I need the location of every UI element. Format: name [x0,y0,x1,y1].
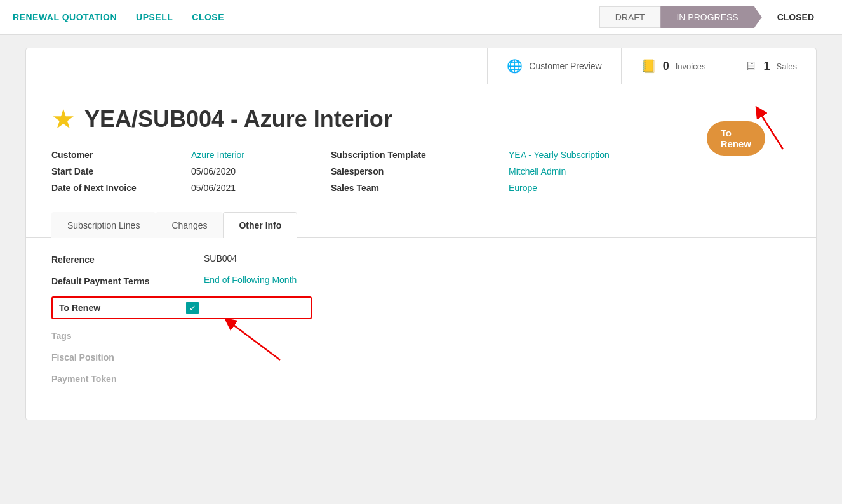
payment-token-row: Payment Token [51,373,791,384]
sales-button[interactable]: 🖥 1 Sales [725,48,816,84]
monitor-icon: 🖥 [744,59,757,74]
main-card: 🌐 Customer Preview 📒 0 Invoices 🖥 1 Sale… [25,48,817,420]
payment-terms-label: Default Payment Terms [51,275,204,286]
salesperson-label: Salesperson [331,166,509,176]
nav-renewal-quotation[interactable]: RENEWAL QUOTATION [13,12,117,22]
tags-row: Tags [51,329,791,341]
fields-grid: Customer Azure Interior Subscription Tem… [51,150,791,193]
to-renew-field-area: To Renew ✓ [51,296,791,319]
to-renew-area: To Renew [752,102,791,156]
tabs-bar: Subscription Lines Changes Other Info [26,212,816,238]
payment-token-label: Payment Token [51,373,204,384]
customer-preview-button[interactable]: 🌐 Customer Preview [488,48,621,84]
card-topbar-left [26,48,487,84]
start-date-value: 05/06/2020 [191,166,331,176]
globe-icon: 🌐 [507,58,523,74]
reference-label: Reference [51,253,204,265]
reference-value: SUB004 [204,253,237,263]
tab-changes[interactable]: Changes [156,212,223,238]
invoices-button[interactable]: 📒 0 Invoices [622,48,726,84]
record-title: YEA/SUB004 - Azure Interior [84,106,392,133]
star-icon: ★ [51,103,76,135]
nav-links: RENEWAL QUOTATION UPSELL CLOSE [13,12,599,22]
tags-label: Tags [51,329,204,341]
date-next-invoice-label: Date of Next Invoice [51,183,191,193]
title-row: ★ YEA/SUB004 - Azure Interior [51,103,791,135]
tab-other-info[interactable]: Other Info [223,212,297,238]
card-actions: 🌐 Customer Preview 📒 0 Invoices 🖥 1 Sale… [487,48,816,84]
salesperson-value[interactable]: Mitchell Admin [509,166,791,176]
other-info-section: Reference SUB004 Default Payment Terms E… [51,238,791,407]
date-next-invoice-value: 05/06/2021 [191,183,331,193]
sales-label: Sales [776,62,797,71]
to-renew-badge[interactable]: To Renew [707,121,765,156]
nav-upsell[interactable]: UPSELL [136,12,173,22]
status-closed[interactable]: CLOSED [762,7,829,27]
card-topbar: 🌐 Customer Preview 📒 0 Invoices 🖥 1 Sale… [26,48,816,84]
sales-team-value[interactable]: Europe [509,183,791,193]
status-bar: DRAFT IN PROGRESS CLOSED [599,6,829,28]
sales-team-label: Sales Team [331,183,509,193]
fiscal-position-row: Fiscal Position [51,351,791,362]
sales-count: 1 [763,60,770,73]
nav-close[interactable]: CLOSE [192,12,224,22]
customer-preview-label: Customer Preview [529,61,601,71]
book-icon: 📒 [641,58,657,74]
invoices-label: Invoices [676,62,706,71]
payment-terms-row: Default Payment Terms End of Following M… [51,275,791,286]
checkbox-arrow [217,315,293,366]
card-body: To Renew ★ YEA/SUB004 - Azure Interior [26,84,816,420]
fiscal-position-label: Fiscal Position [51,351,204,362]
to-renew-field-label: To Renew [59,303,186,313]
start-date-label: Start Date [51,166,191,176]
invoices-count: 0 [663,60,669,73]
payment-terms-value[interactable]: End of Following Month [204,275,297,285]
subscription-template-label: Subscription Template [331,150,509,160]
to-renew-checkbox[interactable]: ✓ [186,302,199,314]
status-in-progress[interactable]: IN PROGRESS [660,6,761,28]
tab-subscription-lines[interactable]: Subscription Lines [51,212,156,238]
main-content: 🌐 Customer Preview 📒 0 Invoices 🖥 1 Sale… [0,35,842,433]
customer-preview-text: Customer Preview [529,61,601,71]
customer-value[interactable]: Azure Interior [191,150,331,160]
status-draft[interactable]: DRAFT [599,6,661,28]
customer-label: Customer [51,150,191,160]
svg-line-1 [229,322,280,360]
reference-row: Reference SUB004 [51,253,791,265]
top-navigation: RENEWAL QUOTATION UPSELL CLOSE DRAFT IN … [0,0,842,35]
